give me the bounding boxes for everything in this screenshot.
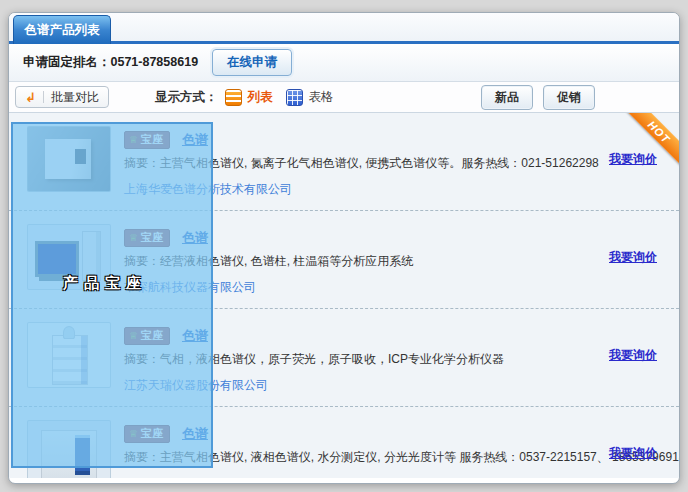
display-mode-label: 显示方式： — [155, 89, 218, 106]
rank-subheader: 申请固定排名：0571-87858619 在线申请 — [9, 44, 679, 82]
tab-strip: 色谱产品列表 — [9, 13, 679, 44]
inquiry-link[interactable]: 我要询价 — [609, 445, 657, 462]
product-list-window: 色谱产品列表 申请固定排名：0571-87858619 在线申请 ↲ 批量对比 … — [8, 12, 680, 484]
new-products-button[interactable]: 新品 — [481, 85, 533, 110]
hot-ribbon: HOT — [625, 113, 679, 167]
inquiry-link[interactable]: 我要询价 — [609, 347, 657, 364]
toolbar: ↲ 批量对比 显示方式： 列表 表格 新品 促销 — [9, 82, 679, 113]
promotions-button[interactable]: 促销 — [543, 85, 595, 110]
compare-arrow-icon: ↲ — [25, 91, 36, 104]
product-throne-overlay: 产品宝座 — [11, 122, 213, 468]
list-view-icon[interactable] — [225, 89, 242, 106]
online-apply-button[interactable]: 在线申请 — [212, 49, 292, 76]
filter-buttons: 新品 促销 — [481, 85, 595, 110]
table-view-icon[interactable] — [286, 89, 303, 106]
batch-compare-button[interactable]: ↲ 批量对比 — [15, 86, 109, 108]
fixed-rank-label: 申请固定排名：0571-87858619 — [23, 54, 198, 71]
hot-ribbon-label: HOT — [625, 113, 679, 167]
inquiry-link[interactable]: 我要询价 — [609, 249, 657, 266]
button-divider — [43, 91, 44, 103]
tab-chromatography-products[interactable]: 色谱产品列表 — [13, 15, 111, 44]
list-view-label[interactable]: 列表 — [247, 89, 272, 106]
batch-compare-label: 批量对比 — [51, 89, 99, 106]
product-list: HOT ♕ 宝座 色谱 摘要：主营气相色谱仪, 氮离子化气相色谱仪, 便携式色谱… — [9, 113, 679, 478]
table-view-label[interactable]: 表格 — [308, 89, 333, 106]
product-throne-label: 产品宝座 — [63, 274, 147, 293]
